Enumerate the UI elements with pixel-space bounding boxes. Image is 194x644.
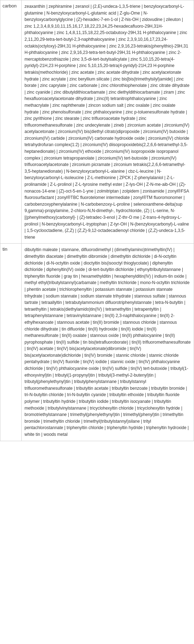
section-label-tin: tin <box>0 244 22 440</box>
section-tin: tindibutyltin maleate | stannane, difluo… <box>0 244 194 441</box>
page-container: carbonzeaxanthin | zephiramine | zeranol… <box>0 0 194 441</box>
section-carbon: carbonzeaxanthin | zephiramine | zeranol… <box>0 0 194 244</box>
section-content-carbon: zeaxanthin | zephiramine | zeranol | (2,… <box>22 0 194 243</box>
section-label-carbon: carbon <box>0 0 22 243</box>
section-content-tin: dibutyltin maleate | stannane, difluorod… <box>22 244 194 440</box>
